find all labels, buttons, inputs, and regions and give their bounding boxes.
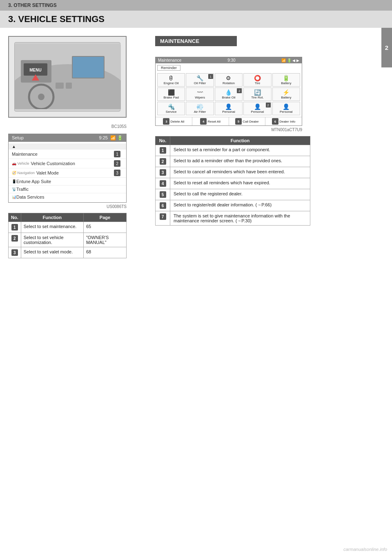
r-row-function-2: Select to add a reminder other than the … — [170, 156, 310, 167]
maint-item-air-filter: 💨 Air Filter — [186, 102, 214, 115]
col-header-no: No. — [9, 213, 21, 222]
setup-row-traffic: 📡 Traffic — [9, 186, 126, 193]
maint-title: Maintenance — [158, 58, 181, 63]
r-row-function-6: Select to register/edit dealer informati… — [170, 200, 310, 211]
maint-item-brake-pad: ⬛ Brake Pad — [157, 87, 185, 101]
row-no: 2 — [9, 233, 21, 247]
main-content: MENU BC105S — [0, 28, 392, 266]
row-function: Select to set valet mode. — [21, 247, 83, 258]
table-row: 5 Select to call the registered dealer. — [156, 189, 310, 200]
footer-call-dealer: 5 Call Dealer — [229, 117, 266, 125]
maint-footer: 3 Delete All 4 Reset All 5 Call Dealer 6… — [156, 117, 302, 125]
footer-dealer-info: 6 Dealer Info — [265, 117, 302, 125]
menu-image-caption: BC105S — [8, 124, 127, 129]
setup-row-data: 📊 Data Services — [9, 193, 126, 201]
r-row-no-1: 1 — [156, 145, 170, 156]
r-row-no-4: 4 — [156, 178, 170, 189]
maint-tab-area: Reminder — [156, 63, 302, 72]
right-function-table: No. Function 1 Select to set a reminder … — [155, 136, 310, 226]
table-row: 6 Select to register/edit dealer informa… — [156, 200, 310, 211]
row-no: 3 — [9, 247, 21, 258]
maint-item-battery2: ⚡ Battery — [272, 87, 300, 101]
r-row-no-3: 3 — [156, 167, 170, 178]
r-row-function-5: Select to call the registered dealer. — [170, 189, 310, 200]
maint-time: 9:30 — [227, 58, 235, 63]
setup-badge-3: 3 — [114, 170, 120, 176]
svg-text:MENU: MENU — [29, 68, 41, 72]
r-col-header-function: Function — [170, 137, 310, 145]
maint-item-rotation: ⚙ Rotation — [215, 73, 243, 87]
setup-badge-2: 2 — [114, 160, 120, 167]
setup-nav-up: ▲ — [9, 143, 126, 150]
bottom-watermark: carmanualsonline.info — [343, 547, 387, 552]
reminder-tab: Reminder — [157, 65, 180, 71]
r-row-function-7: The system is set to give maintenance in… — [170, 211, 310, 226]
maint-item-personal2: 👤 2 Personal — [243, 102, 271, 115]
maint-item-service: 🔩 Service — [157, 102, 185, 115]
footer-delete-all: 3 Delete All — [156, 117, 192, 125]
section-header: 3. OTHER SETTINGS — [0, 0, 392, 11]
svg-point-9 — [38, 94, 45, 100]
maint-item-oil-filter: 🔧 1 Oil Filter — [186, 73, 214, 87]
maint-screen-caption: MTN001aCT7U9 — [155, 128, 302, 132]
svg-rect-11 — [66, 83, 72, 89]
page-title-bar: 3. VEHICLE SETTINGS — [0, 11, 392, 28]
left-function-table: No. Function Page 1 Select to set mainte… — [8, 213, 127, 258]
setup-icons: 📶 🔋 — [110, 135, 123, 141]
car-interior-svg: MENU — [15, 44, 121, 109]
table-row: 1 Select to set maintenance. 65 — [9, 222, 127, 233]
svg-rect-3 — [73, 57, 104, 78]
maintenance-grid: 🛢 Engine Oil 🔧 1 Oil Filter ⚙ Rotation ⭕… — [156, 72, 302, 117]
setup-badge-1: 1 — [114, 151, 120, 157]
r-row-no-2: 2 — [156, 156, 170, 167]
table-row: 3 Select to set valet mode. 68 — [9, 247, 127, 258]
setup-screen-header: Setup 9:25 📶 🔋 — [9, 134, 126, 142]
row-page: "OWNER'S MANUAL" — [83, 233, 126, 247]
maint-item-brake-oil: 💧 2 Brake Oil — [215, 87, 243, 101]
r-row-function-3: Select to cancel all reminders which hav… — [170, 167, 310, 178]
row-function: Select to set vehicle customization. — [21, 233, 83, 247]
r-row-function-4: Select to reset all reminders which have… — [170, 178, 310, 189]
maint-screen-header: Maintenance 9:30 📶 🔋 ◀ ▶ — [156, 57, 302, 63]
maintenance-label: MAINTENANCE — [155, 36, 237, 46]
setup-row-maintenance: Maintenance 1 — [9, 150, 126, 159]
setup-row-vehicle: 🚗 Vehicle Vehicle Customization 2 — [9, 159, 126, 168]
maintenance-section: MAINTENANCE — [155, 36, 384, 51]
r-row-no-6: 6 — [156, 200, 170, 211]
r-row-no-7: 7 — [156, 211, 170, 226]
table-row: 2 Select to set vehicle customization. "… — [9, 233, 127, 247]
right-column: MAINTENANCE Maintenance 9:30 📶 🔋 ◀ ▶ Rem… — [155, 36, 384, 258]
page-title: 3. VEHICLE SETTINGS — [8, 14, 105, 25]
col-header-function: Function — [21, 213, 83, 222]
row-page: 65 — [83, 222, 126, 233]
setup-time: 9:25 — [99, 135, 108, 141]
col-header-page: Page — [83, 213, 126, 222]
setup-screen: Setup 9:25 📶 🔋 ▲ Maintenance 1 🚗 Vehicle… — [8, 134, 127, 203]
section-label: 3. OTHER SETTINGS — [8, 2, 57, 8]
setup-title: Setup — [12, 135, 24, 141]
table-row: 1 Select to set a reminder for a part or… — [156, 145, 310, 156]
maint-item-wipers: 〰 Wipers — [186, 87, 214, 101]
row-function: Select to set maintenance. — [21, 222, 83, 233]
row-no: 1 — [9, 222, 21, 233]
maint-item-tire-rot: 🔄 Tire Rot. — [243, 87, 271, 101]
r-col-header-no: No. — [156, 137, 170, 145]
maint-item-personal3: 👤 Personal — [272, 102, 300, 115]
r-row-function-1: Select to set a reminder for a part or c… — [170, 145, 310, 156]
menu-button-image: MENU — [8, 36, 127, 118]
car-interior-illustration: MENU — [9, 37, 126, 117]
svg-rect-10 — [56, 83, 64, 89]
table-row: 3 Select to cancel all reminders which h… — [156, 167, 310, 178]
setup-screen-body: ▲ Maintenance 1 🚗 Vehicle Vehicle Custom… — [9, 142, 126, 202]
left-column: MENU BC105S — [8, 36, 147, 258]
car-interior-box: MENU — [14, 42, 120, 112]
table-row: 4 Select to reset all reminders which ha… — [156, 178, 310, 189]
table-row: 2 Select to add a reminder other than th… — [156, 156, 310, 167]
table-row: 7 The system is set to give maintenance … — [156, 211, 310, 226]
maintenance-screen: Maintenance 9:30 📶 🔋 ◀ ▶ Reminder 🛢 Engi… — [155, 57, 302, 126]
setup-caption: US0086TS — [8, 204, 127, 209]
maint-item-engine-oil: 🛢 Engine Oil — [157, 73, 185, 87]
maint-item-battery: 🔋 Battery — [272, 73, 300, 87]
setup-row-navigation: 🧭 Navigation Valet Mode 3 — [9, 168, 126, 178]
row-page: 68 — [83, 247, 126, 258]
